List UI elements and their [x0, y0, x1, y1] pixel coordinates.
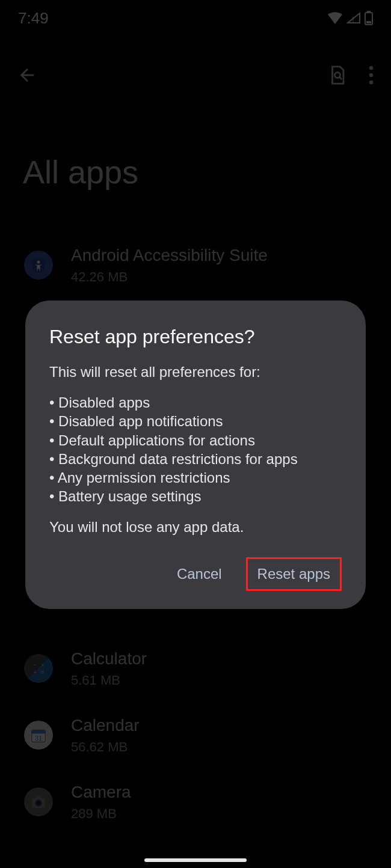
- dialog-body: This will reset all preferences for: Dis…: [49, 362, 342, 537]
- dialog-item: Any permission restrictions: [49, 468, 342, 487]
- dialog-intro: This will reset all preferences for:: [49, 362, 342, 381]
- dialog-title: Reset app preferences?: [49, 326, 342, 348]
- dialog-footer: You will not lose any app data.: [49, 518, 342, 536]
- reset-preferences-dialog: Reset app preferences? This will reset a…: [25, 301, 366, 609]
- cancel-button[interactable]: Cancel: [166, 557, 233, 591]
- nav-handle[interactable]: [144, 858, 247, 862]
- dialog-item: Disabled app notifications: [49, 412, 342, 430]
- dialog-item: Default applications for actions: [49, 431, 342, 450]
- dialog-item: Battery usage settings: [49, 487, 342, 506]
- dialog-item: Background data restrictions for apps: [49, 450, 342, 468]
- reset-apps-button[interactable]: Reset apps: [246, 557, 342, 591]
- dialog-item: Disabled apps: [49, 393, 342, 412]
- dialog-list: Disabled apps Disabled app notifications…: [49, 393, 342, 506]
- dialog-actions: Cancel Reset apps: [49, 557, 342, 591]
